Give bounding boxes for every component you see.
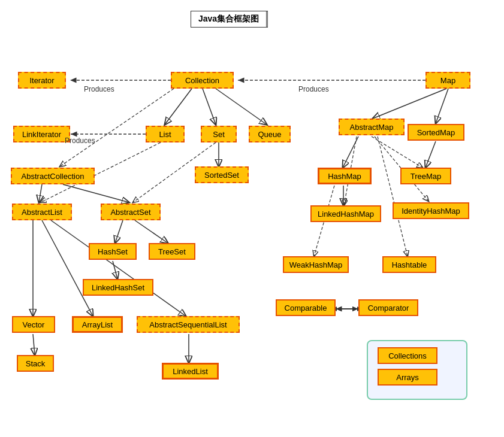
node-stack: Stack <box>17 355 54 372</box>
arrow-am-ht <box>378 136 408 256</box>
node-queue: Queue <box>249 126 291 142</box>
diagram: Java集合框架图 <box>0 0 504 437</box>
arrow-al-asl <box>51 220 186 316</box>
arrow-am-hashmap <box>343 136 358 168</box>
arrow-map-sortedmap <box>436 89 448 123</box>
node-sortedset: SortedSet <box>195 166 249 183</box>
node-arraylist: ArrayList <box>72 316 123 333</box>
title-box: Java集合框架图 <box>191 11 267 28</box>
arrow-map-abstractmap <box>373 89 446 119</box>
node-identityhashmap: IdentityHashMap <box>393 202 469 219</box>
node-comparable: Comparable <box>276 299 336 316</box>
node-treeset: TreeSet <box>149 243 195 260</box>
label-produces2: Produces <box>298 85 329 93</box>
node-map: Map <box>425 72 470 89</box>
node-set: Set <box>201 126 237 142</box>
node-abstractlist: AbstractList <box>12 204 72 220</box>
label-produces3: Produces <box>65 136 95 145</box>
node-weakhashmap: WeakHashMap <box>283 256 349 273</box>
node-sortedmap: SortedMap <box>408 124 464 141</box>
node-collection: Collection <box>171 72 234 89</box>
arrow-vector-stack <box>33 334 35 355</box>
arrow-am-treemap <box>372 136 422 168</box>
node-arrays: Arrays <box>378 369 437 386</box>
legend-box: Collections Arrays <box>367 340 467 400</box>
node-linkedlist: LinkedList <box>162 363 219 380</box>
arrow-ac-as <box>63 184 129 202</box>
arrow-hashset-lhs <box>113 261 117 279</box>
arrow-absset-hashset <box>115 220 123 243</box>
node-hashtable: Hashtable <box>382 256 436 273</box>
arrow-collection-queue <box>216 89 267 125</box>
node-vector: Vector <box>12 316 55 333</box>
node-abstractcollection: AbstractCollection <box>11 168 95 184</box>
node-hashset: HashSet <box>89 243 137 260</box>
arrow-ac-al <box>39 184 42 202</box>
node-hashmap: HashMap <box>318 168 372 184</box>
arrow-absset-treeset <box>135 220 168 243</box>
arrow-collection-list <box>165 89 192 125</box>
node-abstractsequentiallist: AbstractSequentialList <box>137 316 240 333</box>
node-linkedhashset: LinkedHashSet <box>83 279 153 296</box>
arrow-collection-set <box>203 89 216 125</box>
node-treemap: TreeMap <box>400 168 451 184</box>
node-linkiterator: LinkIterator <box>13 126 70 142</box>
arrow-sortedmap-treemap <box>425 141 436 168</box>
node-abstractmap: AbstractMap <box>339 119 405 135</box>
node-abstractset: AbstractSet <box>101 204 161 220</box>
arrow-al-arraylist <box>42 220 93 316</box>
node-linkedhashmap: LinkedHashMap <box>310 205 381 222</box>
label-produces1: Produces <box>84 85 114 93</box>
node-list: List <box>146 126 185 142</box>
node-iterator: Iterator <box>18 72 66 89</box>
node-comparator: Comparator <box>358 299 418 316</box>
node-collections: Collections <box>378 347 437 364</box>
